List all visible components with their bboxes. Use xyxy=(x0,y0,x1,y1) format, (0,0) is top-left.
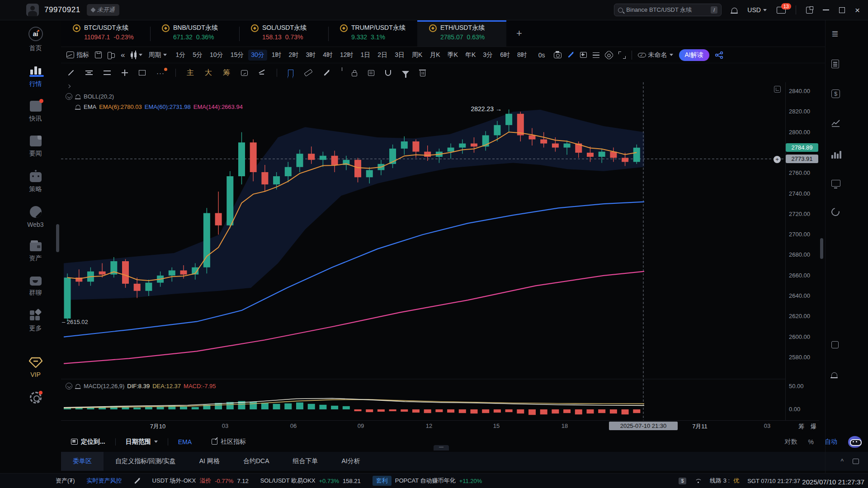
add-ticker-button[interactable]: + xyxy=(516,28,522,39)
chart-canvas[interactable]: 2822.23 →– 2615.02 xyxy=(61,82,785,420)
news-panel-icon[interactable] xyxy=(831,60,839,68)
cross-tool-icon[interactable] xyxy=(122,70,128,76)
alert-bell-icon[interactable] xyxy=(75,105,80,109)
minimize-icon[interactable] xyxy=(823,9,829,10)
sol-quote[interactable]: SOL/USDT 欧易OKX +0.73% 158.21 xyxy=(260,477,361,485)
chart-settings-icon[interactable] xyxy=(604,50,614,60)
ticker-tab-btc[interactable]: BTC/USDT永续 110947.1-0.23% xyxy=(61,20,150,47)
sidebar-item-home[interactable]: ai 首页 xyxy=(20,27,52,52)
rectangle-tool-icon[interactable] xyxy=(139,70,146,75)
ema-preset-button[interactable]: EMA xyxy=(168,438,202,446)
avatar[interactable] xyxy=(26,4,39,16)
timeframe-button[interactable]: 12时 xyxy=(337,50,356,61)
search-input[interactable]: Binance BTC/USDT 永续 / xyxy=(614,4,722,16)
depth-panel-icon[interactable] xyxy=(831,150,841,159)
log-scale-toggle[interactable]: 对数 xyxy=(785,438,797,446)
tab-combo-order[interactable]: 组合下单 xyxy=(281,452,330,471)
parallel-channel-icon[interactable] xyxy=(85,70,93,75)
sidebar-item-headlines[interactable]: 要闻 xyxy=(20,136,52,158)
settings-list-icon[interactable] xyxy=(593,52,599,58)
arbitrage-item[interactable]: 套利 POPCAT 自动赚币年化 +11.20% xyxy=(373,476,482,486)
right-scroll-grip[interactable] xyxy=(820,238,823,259)
ai-analysis-button[interactable]: AI解读 xyxy=(679,49,709,61)
trendline-tool-icon[interactable] xyxy=(68,70,74,76)
sidebar-item-settings[interactable] xyxy=(20,392,52,404)
sidebar-item-strategy[interactable]: 策略 xyxy=(20,170,52,193)
timeframe-0s[interactable]: 0s xyxy=(536,50,548,60)
sidebar-item-flashnews[interactable]: 快讯 xyxy=(20,101,52,123)
usdt-otc-quote[interactable]: USDT 场外-OKX 溢价 -0.77% 7.12 xyxy=(152,477,249,485)
delete-drawings-icon[interactable] xyxy=(420,71,425,76)
tab-contract-dca[interactable]: 合约DCA xyxy=(231,452,281,471)
date-range-dropdown[interactable]: 日期范围 xyxy=(116,438,168,446)
filter-icon[interactable] xyxy=(402,71,409,75)
main-chart-button[interactable]: 主 xyxy=(187,68,194,78)
vip-status-badge[interactable]: 未开通 xyxy=(87,4,119,16)
alert-bell-icon[interactable] xyxy=(75,94,80,99)
note-edit-icon[interactable] xyxy=(368,70,374,76)
currency-selector[interactable]: USD xyxy=(747,6,767,14)
ticker-tab-eth[interactable]: ETH/USDT永续 2785.070.63% xyxy=(417,20,506,47)
timeframe-button[interactable]: 6时 xyxy=(497,50,513,61)
magnet-icon[interactable] xyxy=(385,70,391,76)
draw-pencil-icon[interactable] xyxy=(568,52,574,58)
share-icon[interactable] xyxy=(715,52,723,59)
pane-collapse-chevron[interactable] xyxy=(67,85,70,88)
timeframe-button[interactable]: 4时 xyxy=(320,50,335,61)
macd-indicator-row[interactable]: MACD(12,26,9) DIF:8.39 DEA:12.37 MACD:-7… xyxy=(66,383,216,389)
timeframe-button[interactable]: 3分 xyxy=(480,50,495,61)
crosshair-plus-button[interactable]: + xyxy=(774,156,781,163)
ticker-tab-trump[interactable]: TRUMP/USDT永续 9.3323.1% xyxy=(328,20,417,47)
timeframe-button[interactable]: 2日 xyxy=(375,50,390,61)
more-tools-icon[interactable]: ··· xyxy=(156,69,165,77)
lock-drawings-icon[interactable] xyxy=(352,72,357,76)
maximize-icon[interactable] xyxy=(839,7,845,13)
close-icon[interactable]: × xyxy=(855,6,860,14)
sidebar-item-more[interactable]: 更多 xyxy=(20,310,52,333)
pane-maximize-icon[interactable] xyxy=(774,86,781,93)
tab-ai-grid[interactable]: AI 网格 xyxy=(188,452,231,471)
tab-ai-analysis[interactable]: AI分析 xyxy=(330,452,372,471)
large-holders-button[interactable]: 大 xyxy=(205,68,212,78)
timeframe-button[interactable]: 15分 xyxy=(228,50,247,61)
bookmark-icon[interactable] xyxy=(288,70,293,76)
compare-layout-icon[interactable] xyxy=(108,52,115,58)
tab-order-zone[interactable]: 委单区 xyxy=(61,452,104,471)
save-layout-icon[interactable] xyxy=(95,52,102,58)
boll-indicator-row[interactable]: BOLL(20,2) xyxy=(66,93,114,100)
community-indicators-button[interactable]: 社区指标 xyxy=(202,438,256,446)
ticker-tab-bnb[interactable]: BNB/USDT永续 671.320.36% xyxy=(150,20,239,47)
network-line-status[interactable]: 线路 3 : 优 xyxy=(710,477,739,485)
assets-label[interactable]: 资产(₮) xyxy=(56,477,75,485)
candle-style-selector[interactable] xyxy=(131,52,142,59)
sidebar-item-assets[interactable]: 资产 xyxy=(20,241,52,263)
timeframe-button[interactable]: 3日 xyxy=(392,50,407,61)
panel-collapse-handle[interactable]: — xyxy=(434,445,449,450)
notification-bell-icon[interactable] xyxy=(731,8,737,13)
time-axis[interactable]: 7月100306091215187月1103 2025-07-10 21:30 … xyxy=(61,420,819,432)
adjust-lines-icon[interactable] xyxy=(259,70,266,75)
timeframe-button[interactable]: 8时 xyxy=(514,50,530,61)
sidebar-item-market[interactable]: 行情 xyxy=(20,65,52,88)
alert-bell-icon[interactable] xyxy=(75,384,80,388)
timeframe-button[interactable]: 1日 xyxy=(358,50,373,61)
rewind-icon[interactable]: « xyxy=(121,51,125,60)
ticker-tab-sol[interactable]: SOL/USDT永续 158.130.73% xyxy=(239,20,328,47)
timeframe-button[interactable]: 30分 xyxy=(248,50,267,61)
layout-name-selector[interactable]: ✓ 未命名 xyxy=(638,51,673,59)
timeframe-button[interactable]: 5分 xyxy=(190,50,205,61)
timeframe-button[interactable]: 10分 xyxy=(207,50,226,61)
sidebar-item-vip[interactable]: VIP xyxy=(20,357,52,378)
timeframe-button[interactable]: 季K xyxy=(445,50,461,61)
timeframe-button[interactable]: 1分 xyxy=(173,50,188,61)
period-dropdown[interactable]: 周期 xyxy=(148,51,167,59)
pen-tool-icon[interactable] xyxy=(324,70,330,76)
chip-axis-button[interactable]: 筹 xyxy=(798,422,804,431)
ema-indicator-row[interactable]: EMA EMA(6):2780.03 EMA(60):2731.98 EMA(1… xyxy=(75,103,243,110)
widget-panel-icon[interactable] xyxy=(831,341,839,348)
camera-icon[interactable] xyxy=(554,52,561,58)
timeframe-button[interactable]: 1时 xyxy=(269,50,284,61)
watchlist-icon[interactable]: ≣ xyxy=(831,28,841,38)
timeframe-button[interactable]: 周K xyxy=(409,50,425,61)
chevron-down-circle-icon[interactable] xyxy=(66,93,72,100)
